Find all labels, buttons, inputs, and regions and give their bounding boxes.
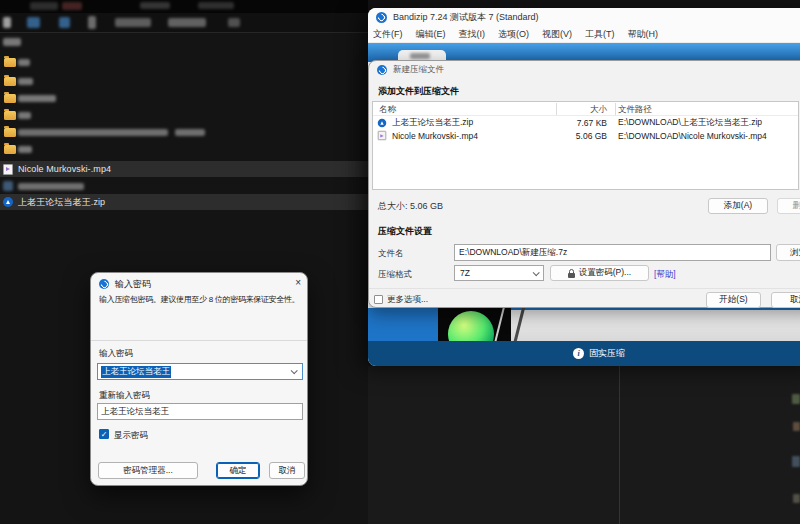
chevron-down-icon[interactable] — [291, 367, 298, 374]
panel-divider — [619, 366, 620, 524]
show-password-label[interactable]: 显示密码 — [114, 430, 148, 442]
table-row[interactable]: Nicole Murkovski-.mp4 5.06 GB E:\DOWNLOA… — [373, 129, 798, 142]
new-item-icon[interactable] — [3, 17, 11, 28]
confirm-password-label: 重新输入密码 — [99, 390, 150, 402]
menu-bar: 文件(F) 编辑(E) 查找(I) 选项(O) 视图(V) 工具(T) 帮助(H… — [368, 26, 800, 43]
folder-row[interactable] — [0, 141, 368, 157]
redacted-label — [18, 59, 30, 66]
format-value: 7Z — [460, 268, 470, 278]
menu-help[interactable]: 帮助(H) — [628, 28, 659, 41]
toolbar-icon[interactable] — [27, 17, 40, 28]
toolbar-label[interactable] — [168, 18, 206, 27]
window-title: Bandizip 7.24 测试版本 7 (Standard) — [393, 11, 539, 24]
cell-name: Nicole Murkovski-.mp4 — [392, 131, 478, 141]
format-dropdown[interactable]: 7Z — [454, 265, 544, 281]
divider — [91, 340, 307, 341]
folder-row[interactable] — [0, 90, 368, 106]
toolbar-label[interactable] — [228, 18, 240, 27]
menu-edit[interactable]: 编辑(E) — [416, 28, 446, 41]
menu-file[interactable]: 文件(F) — [373, 28, 403, 41]
window-titlebar[interactable]: Bandizip 7.24 测试版本 7 (Standard) — [368, 8, 800, 26]
menu-view[interactable]: 视图(V) — [542, 28, 572, 41]
show-password-checkbox[interactable]: ✓ — [99, 429, 109, 439]
folder-row[interactable] — [0, 107, 368, 123]
new-archive-dialog: 新建压缩文件 添加文件到压缩文件 名称 大小 文件路径 上老王论坛当老王.zip… — [368, 60, 800, 308]
video-file-icon — [3, 164, 13, 175]
redacted-tab-label — [410, 53, 430, 59]
folder-row[interactable] — [0, 73, 368, 89]
cell-path: E:\DOWNLOAD\上老王论坛当老王.zip — [618, 117, 762, 129]
file-row-redacted[interactable] — [0, 178, 368, 194]
toolbar-label[interactable] — [115, 18, 151, 27]
zip-file-icon — [3, 197, 13, 207]
dialog-header[interactable]: 输入密码 × — [99, 278, 301, 290]
more-options-checkbox[interactable] — [374, 295, 383, 304]
thumbnail-streak — [492, 308, 505, 341]
more-options-label[interactable]: 更多选项... — [387, 294, 428, 306]
redacted-title — [198, 2, 234, 9]
chevron-down-icon — [533, 269, 540, 276]
dialog-title: 新建压缩文件 — [393, 64, 444, 76]
column-divider[interactable] — [556, 103, 557, 115]
set-password-button[interactable]: 设置密码(P)... — [550, 265, 649, 281]
column-divider[interactable] — [615, 103, 616, 115]
dialog-footer-divider — [369, 288, 800, 289]
redacted-tab — [62, 2, 82, 10]
close-icon[interactable]: × — [295, 277, 301, 288]
folder-row[interactable] — [0, 54, 368, 70]
help-link[interactable]: [帮助] — [654, 269, 676, 281]
status-bar: i 固实压缩 — [368, 341, 800, 366]
folder-row[interactable] — [0, 124, 368, 140]
toolbar-icon[interactable] — [59, 17, 70, 28]
file-icon — [3, 181, 13, 191]
column-path[interactable]: 文件路径 — [618, 104, 652, 116]
password-input[interactable]: 上老王论坛当老王 — [97, 363, 303, 380]
dialog-header[interactable]: 新建压缩文件 — [369, 61, 800, 78]
settings-section-title: 压缩文件设置 — [378, 225, 432, 238]
file-table[interactable]: 名称 大小 文件路径 上老王论坛当老王.zip 7.67 KB E:\DOWNL… — [372, 101, 799, 190]
start-button[interactable]: 开始(S) — [706, 292, 761, 308]
file-row-zip[interactable]: 上老王论坛当老王.zip — [0, 194, 368, 210]
info-icon: i — [573, 348, 584, 359]
video-file-icon — [378, 131, 387, 140]
filename-input[interactable]: E:\DOWNLOAD\新建压缩.7z — [454, 244, 771, 261]
lock-icon — [568, 269, 575, 278]
confirm-password-input[interactable]: 上老王论坛当老王 — [97, 403, 303, 420]
redacted-label — [18, 183, 84, 190]
ok-button[interactable]: 确定 — [216, 462, 260, 479]
toolbar-icon[interactable] — [88, 16, 96, 29]
folder-icon — [4, 111, 16, 120]
filename-label: 文件名 — [378, 248, 404, 260]
file-row-video[interactable]: Nicole Murkovski-.mp4 — [0, 161, 368, 177]
menu-options[interactable]: 选项(O) — [498, 28, 529, 41]
format-label: 压缩格式 — [378, 269, 412, 281]
file-name: 上老王论坛当老王.zip — [18, 196, 105, 209]
preview-thumbnail[interactable] — [438, 308, 511, 341]
cancel-button[interactable]: 取消 — [771, 292, 800, 308]
confirm-password-value: 上老王论坛当老王 — [101, 406, 169, 418]
password-description: 输入压缩包密码。建议使用至少 8 位的密码来保证安全性。 — [99, 294, 301, 305]
folder-icon — [4, 58, 16, 67]
delete-button[interactable]: 删除(D) — [777, 198, 800, 214]
browse-button[interactable]: 浏览(W) — [776, 244, 800, 261]
folder-icon — [4, 128, 16, 137]
password-manager-button[interactable]: 密码管理器... — [98, 462, 198, 479]
table-row[interactable]: 上老王论坛当老王.zip 7.67 KB E:\DOWNLOAD\上老王论坛当老… — [373, 116, 798, 129]
add-button[interactable]: 添加(A) — [708, 198, 768, 214]
column-size[interactable]: 大小 — [523, 104, 607, 116]
redacted-column-label — [3, 38, 21, 46]
dialog-title: 输入密码 — [115, 278, 151, 291]
cancel-button[interactable]: 取消 — [269, 462, 305, 479]
folder-icon — [4, 94, 16, 103]
desktop-noise — [793, 494, 800, 503]
menu-tools[interactable]: 工具(T) — [585, 28, 615, 41]
menu-find[interactable]: 查找(I) — [459, 28, 486, 41]
explorer-column-header[interactable] — [0, 34, 368, 50]
desktop-noise — [793, 422, 800, 431]
table-header-row[interactable]: 名称 大小 文件路径 — [373, 102, 798, 116]
redacted-title — [140, 2, 170, 9]
redacted-label — [18, 129, 168, 136]
column-name[interactable]: 名称 — [379, 104, 396, 116]
cell-size: 5.06 GB — [523, 131, 607, 141]
cell-name: 上老王论坛当老王.zip — [392, 117, 473, 129]
